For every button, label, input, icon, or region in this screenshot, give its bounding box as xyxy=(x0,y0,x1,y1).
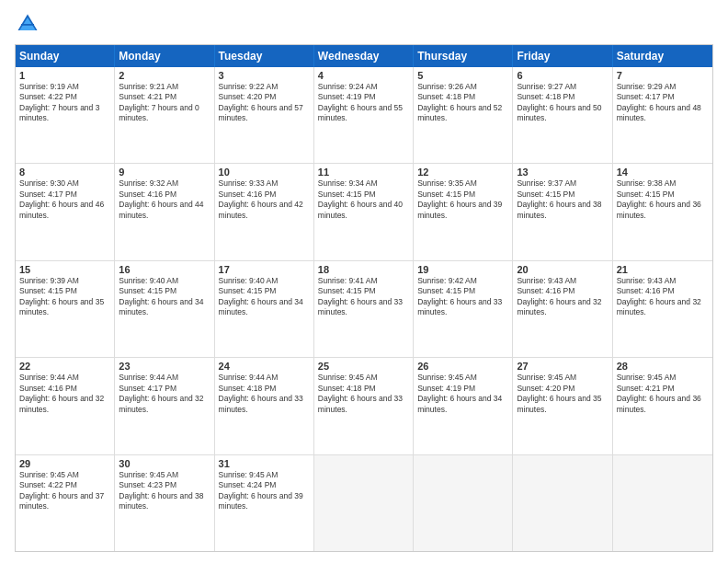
cal-cell: 7Sunrise: 9:29 AMSunset: 4:17 PMDaylight… xyxy=(613,67,712,163)
cal-cell: 11Sunrise: 9:34 AMSunset: 4:15 PMDayligh… xyxy=(314,164,414,259)
cal-cell: 25Sunrise: 9:45 AMSunset: 4:18 PMDayligh… xyxy=(314,358,414,454)
cell-text: Sunrise: 9:45 AMSunset: 4:18 PMDaylight:… xyxy=(318,373,409,415)
cell-text: Sunrise: 9:30 AMSunset: 4:17 PMDaylight:… xyxy=(19,178,110,221)
cell-text: Sunrise: 9:45 AMSunset: 4:23 PMDaylight:… xyxy=(119,470,210,512)
header-day-wednesday: Wednesday xyxy=(314,45,414,67)
cell-text: Sunrise: 9:42 AMSunset: 4:15 PMDaylight:… xyxy=(417,276,508,318)
week-row-3: 15Sunrise: 9:39 AMSunset: 4:15 PMDayligh… xyxy=(16,261,712,358)
cal-cell: 23Sunrise: 9:44 AMSunset: 4:17 PMDayligh… xyxy=(115,358,214,454)
cal-cell: 2Sunrise: 9:21 AMSunset: 4:21 PMDaylight… xyxy=(115,67,214,163)
day-number: 3 xyxy=(219,70,310,81)
day-number: 23 xyxy=(119,361,210,372)
week-row-4: 22Sunrise: 9:44 AMSunset: 4:16 PMDayligh… xyxy=(16,358,712,454)
cal-cell: 22Sunrise: 9:44 AMSunset: 4:16 PMDayligh… xyxy=(16,358,115,454)
cell-text: Sunrise: 9:44 AMSunset: 4:16 PMDaylight:… xyxy=(19,373,110,415)
cell-text: Sunrise: 9:34 AMSunset: 4:15 PMDaylight:… xyxy=(318,178,409,221)
cal-cell: 21Sunrise: 9:43 AMSunset: 4:16 PMDayligh… xyxy=(613,261,712,357)
logo-icon xyxy=(15,11,40,37)
week-row-1: 1Sunrise: 9:19 AMSunset: 4:22 PMDaylight… xyxy=(16,67,712,164)
day-number: 31 xyxy=(219,458,310,469)
day-number: 21 xyxy=(617,264,709,275)
cal-cell: 29Sunrise: 9:45 AMSunset: 4:22 PMDayligh… xyxy=(16,455,115,551)
cal-cell: 14Sunrise: 9:38 AMSunset: 4:15 PMDayligh… xyxy=(613,164,712,259)
cal-cell: 30Sunrise: 9:45 AMSunset: 4:23 PMDayligh… xyxy=(115,455,214,551)
day-number: 10 xyxy=(219,167,310,178)
day-number: 26 xyxy=(417,361,508,372)
cal-cell: 15Sunrise: 9:39 AMSunset: 4:15 PMDayligh… xyxy=(16,261,115,357)
day-number: 28 xyxy=(617,361,709,372)
day-number: 5 xyxy=(417,70,508,81)
cal-cell: 17Sunrise: 9:40 AMSunset: 4:15 PMDayligh… xyxy=(215,261,314,357)
cell-text: Sunrise: 9:26 AMSunset: 4:18 PMDaylight:… xyxy=(417,82,508,124)
cal-cell xyxy=(414,455,513,551)
day-number: 9 xyxy=(119,167,210,178)
cell-text: Sunrise: 9:45 AMSunset: 4:19 PMDaylight:… xyxy=(417,373,508,415)
calendar-body: 1Sunrise: 9:19 AMSunset: 4:22 PMDaylight… xyxy=(16,67,712,551)
header xyxy=(15,11,713,37)
cal-cell: 8Sunrise: 9:30 AMSunset: 4:17 PMDaylight… xyxy=(16,164,115,259)
cell-text: Sunrise: 9:22 AMSunset: 4:20 PMDaylight:… xyxy=(219,82,310,124)
cell-text: Sunrise: 9:45 AMSunset: 4:20 PMDaylight:… xyxy=(517,373,608,415)
day-number: 30 xyxy=(119,458,210,469)
cell-text: Sunrise: 9:39 AMSunset: 4:15 PMDaylight:… xyxy=(19,276,110,318)
cell-text: Sunrise: 9:29 AMSunset: 4:17 PMDaylight:… xyxy=(617,82,709,124)
cell-text: Sunrise: 9:44 AMSunset: 4:18 PMDaylight:… xyxy=(219,373,310,415)
cal-cell: 26Sunrise: 9:45 AMSunset: 4:19 PMDayligh… xyxy=(414,358,513,454)
cal-cell: 18Sunrise: 9:41 AMSunset: 4:15 PMDayligh… xyxy=(314,261,414,357)
week-row-2: 8Sunrise: 9:30 AMSunset: 4:17 PMDaylight… xyxy=(16,164,712,260)
calendar: SundayMondayTuesdayWednesdayThursdayFrid… xyxy=(15,44,713,552)
cal-cell: 19Sunrise: 9:42 AMSunset: 4:15 PMDayligh… xyxy=(414,261,513,357)
svg-rect-2 xyxy=(21,24,34,26)
logo xyxy=(15,11,44,37)
cal-cell: 9Sunrise: 9:32 AMSunset: 4:16 PMDaylight… xyxy=(115,164,214,259)
cell-text: Sunrise: 9:41 AMSunset: 4:15 PMDaylight:… xyxy=(318,276,409,318)
cell-text: Sunrise: 9:45 AMSunset: 4:21 PMDaylight:… xyxy=(617,373,709,415)
day-number: 15 xyxy=(19,264,110,275)
cal-cell: 13Sunrise: 9:37 AMSunset: 4:15 PMDayligh… xyxy=(513,164,612,259)
cell-text: Sunrise: 9:43 AMSunset: 4:16 PMDaylight:… xyxy=(517,276,608,318)
cal-cell: 5Sunrise: 9:26 AMSunset: 4:18 PMDaylight… xyxy=(414,67,513,163)
day-number: 25 xyxy=(318,361,409,372)
day-number: 18 xyxy=(318,264,409,275)
cal-cell xyxy=(513,455,612,551)
header-day-friday: Friday xyxy=(513,45,612,67)
cal-cell: 6Sunrise: 9:27 AMSunset: 4:18 PMDaylight… xyxy=(513,67,612,163)
cal-cell: 3Sunrise: 9:22 AMSunset: 4:20 PMDaylight… xyxy=(215,67,314,163)
day-number: 8 xyxy=(19,167,110,178)
cell-text: Sunrise: 9:45 AMSunset: 4:24 PMDaylight:… xyxy=(219,470,310,512)
cell-text: Sunrise: 9:27 AMSunset: 4:18 PMDaylight:… xyxy=(517,82,608,124)
cal-cell xyxy=(613,455,712,551)
day-number: 2 xyxy=(119,70,210,81)
cell-text: Sunrise: 9:35 AMSunset: 4:15 PMDaylight:… xyxy=(417,178,508,221)
header-day-sunday: Sunday xyxy=(16,45,115,67)
cal-cell: 10Sunrise: 9:33 AMSunset: 4:16 PMDayligh… xyxy=(215,164,314,259)
cell-text: Sunrise: 9:40 AMSunset: 4:15 PMDaylight:… xyxy=(119,276,210,318)
day-number: 27 xyxy=(517,361,608,372)
cal-cell: 12Sunrise: 9:35 AMSunset: 4:15 PMDayligh… xyxy=(414,164,513,259)
day-number: 17 xyxy=(219,264,310,275)
day-number: 24 xyxy=(219,361,310,372)
day-number: 4 xyxy=(318,70,409,81)
cell-text: Sunrise: 9:44 AMSunset: 4:17 PMDaylight:… xyxy=(119,373,210,415)
cal-cell: 31Sunrise: 9:45 AMSunset: 4:24 PMDayligh… xyxy=(215,455,314,551)
day-number: 19 xyxy=(417,264,508,275)
cal-cell: 27Sunrise: 9:45 AMSunset: 4:20 PMDayligh… xyxy=(513,358,612,454)
cell-text: Sunrise: 9:45 AMSunset: 4:22 PMDaylight:… xyxy=(19,470,110,512)
cell-text: Sunrise: 9:32 AMSunset: 4:16 PMDaylight:… xyxy=(119,178,210,221)
day-number: 11 xyxy=(318,167,409,178)
calendar-header-row: SundayMondayTuesdayWednesdayThursdayFrid… xyxy=(16,45,712,67)
cell-text: Sunrise: 9:38 AMSunset: 4:15 PMDaylight:… xyxy=(617,178,709,221)
week-row-5: 29Sunrise: 9:45 AMSunset: 4:22 PMDayligh… xyxy=(16,455,712,551)
cell-text: Sunrise: 9:43 AMSunset: 4:16 PMDaylight:… xyxy=(617,276,709,318)
day-number: 22 xyxy=(19,361,110,372)
cal-cell: 4Sunrise: 9:24 AMSunset: 4:19 PMDaylight… xyxy=(314,67,414,163)
day-number: 20 xyxy=(517,264,608,275)
cal-cell: 16Sunrise: 9:40 AMSunset: 4:15 PMDayligh… xyxy=(115,261,214,357)
header-day-monday: Monday xyxy=(115,45,214,67)
day-number: 29 xyxy=(19,458,110,469)
cal-cell: 1Sunrise: 9:19 AMSunset: 4:22 PMDaylight… xyxy=(16,67,115,163)
cell-text: Sunrise: 9:24 AMSunset: 4:19 PMDaylight:… xyxy=(318,82,409,124)
cell-text: Sunrise: 9:40 AMSunset: 4:15 PMDaylight:… xyxy=(219,276,310,318)
cal-cell: 28Sunrise: 9:45 AMSunset: 4:21 PMDayligh… xyxy=(613,358,712,454)
cal-cell xyxy=(314,455,414,551)
